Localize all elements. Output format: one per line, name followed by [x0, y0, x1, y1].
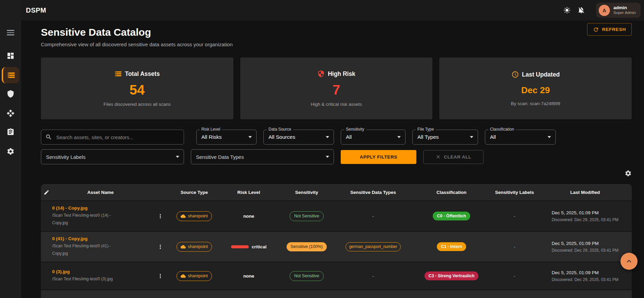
table-cell: 0 (14) - Copy.jpg/Scan Test Files/img-te… [51, 201, 150, 231]
scroll-to-top-button[interactable] [620, 253, 638, 270]
search-icon [45, 134, 52, 140]
refresh-icon [593, 27, 599, 33]
column-header: Sensitive Data Types [334, 184, 412, 200]
table-cell: C0 - Öffentlich [412, 212, 491, 220]
stat-card-value: 54 [129, 82, 145, 98]
last-modified: Dec 5, 2025, 01:09 PMDiscovered: Dec 29,… [552, 210, 618, 222]
table-cell: Not Sensitive [279, 271, 334, 281]
page-title: Sensitive Data Catalog [41, 27, 632, 38]
user-menu[interactable]: A admin Super Admin [596, 3, 641, 18]
sensitivity-chip: Not Sensitive [290, 271, 324, 281]
sidebar-item-menu[interactable] [0, 24, 21, 41]
column-header: Sensitivity [279, 184, 334, 200]
filter-select-value: Sensitive Data Types [196, 154, 244, 160]
filter-select-sensitive-data-types[interactable]: Sensitive Data Types [191, 149, 334, 164]
filter-select-classification[interactable]: ClassificationAll [485, 130, 556, 145]
table-cell: sharepoint [170, 271, 218, 281]
pencil-icon [44, 189, 49, 195]
table-cell [150, 244, 170, 250]
risk-level: none [243, 274, 254, 279]
risk-label: none [243, 274, 254, 279]
filter-select-file-type[interactable]: File TypeAll Types [412, 130, 478, 145]
stat-card-caption: High & critical risk assets [311, 102, 362, 107]
asset-name-link[interactable]: 0 (14) - Copy.jpg [52, 205, 88, 211]
filter-select-sensitivity-labels[interactable]: Sensitivity Labels [41, 149, 184, 164]
source-type-chip: sharepoint [177, 242, 212, 252]
filter-select-value: Sensitivity Labels [46, 154, 86, 160]
discovered-date: Discovered: Dec 29, 2025, 03:41 PM [552, 277, 618, 282]
row-menu-button[interactable] [157, 213, 164, 219]
cloud-icon [181, 214, 186, 219]
table-cell: - [491, 274, 538, 279]
classification-chip: C1 - Intern [437, 242, 466, 251]
sidebar-item-security[interactable] [0, 86, 21, 102]
stat-card-title: High Risk [317, 70, 355, 78]
stat-card-title: Total Assets [114, 70, 160, 78]
empty-value: - [514, 244, 516, 249]
table-row: 0 (14) - Copy.jpg/Scan Test Files/img-te… [41, 200, 632, 231]
column-header: Asset Name [51, 184, 150, 200]
column-header: Last Modified [538, 184, 632, 200]
asset-name-link[interactable]: 0 (41) - Copy.jpg [52, 236, 88, 241]
chevron-down-icon [397, 136, 401, 138]
filter-select-data-source[interactable]: Data SourceAll Sources [263, 130, 334, 145]
filter-select-risk-level[interactable]: Risk LevelAll Risks [196, 130, 257, 145]
table-cell: - [334, 214, 412, 219]
filter-select-label: File Type [416, 127, 435, 132]
row-menu-button[interactable] [157, 244, 164, 250]
sensitivity-chip: Sensitive (100%) [287, 242, 327, 251]
sidebar-item-data-catalog[interactable] [2, 67, 19, 83]
apply-filters-button[interactable]: APPLY FILTERS [341, 150, 416, 164]
chevron-down-icon [326, 136, 329, 138]
table-cell: - [334, 274, 412, 279]
source-type-label: sharepoint [188, 244, 208, 249]
chevron-up-icon [625, 257, 633, 266]
filter-select-sensitivity[interactable]: SensitivityAll [341, 130, 405, 145]
sun-icon [563, 6, 571, 14]
column-header: Source Type [170, 184, 218, 200]
stat-card-title-text: Last Updated [522, 71, 560, 78]
clear-all-button[interactable]: CLEAR ALL [423, 150, 484, 164]
hamburger-icon [7, 30, 14, 35]
filter-select-label: Sensitivity [344, 127, 366, 132]
sidebar-item-dashboard[interactable] [0, 48, 21, 64]
chevron-down-icon [470, 136, 473, 138]
notifications-button[interactable] [574, 3, 588, 17]
asset-path: /Scan Test Files/img-test/0 (14) - Copy.… [52, 212, 122, 227]
refresh-button[interactable]: REFRESH [587, 23, 632, 36]
table-cell [150, 213, 170, 219]
filter-select-value: All [490, 134, 496, 140]
stat-card-2: Last UpdatedDec 29By scan: scan-7a24f899 [439, 57, 632, 119]
close-icon [435, 154, 441, 160]
classification-chip: C0 - Öffentlich [433, 212, 470, 220]
sidebar-item-settings[interactable] [0, 143, 21, 160]
sidebar-item-reports[interactable] [0, 124, 21, 140]
sidebar [0, 0, 21, 298]
table-row: 0 (3).jpg/Scan Test Files/img-test/0 (3)… [41, 262, 632, 289]
table-cell: german_passport_number [334, 242, 412, 251]
avatar: A [599, 5, 610, 16]
topbar: DSPM A admin Super Admin [0, 0, 644, 20]
cloud-icon [181, 244, 186, 249]
search-box[interactable] [41, 130, 184, 145]
stat-card-title-text: Total Assets [125, 70, 160, 78]
table-cell: - [491, 244, 538, 249]
page-subtitle: Comprehensive view of all discovered sen… [41, 42, 632, 47]
column-header: Risk Level [218, 184, 279, 200]
modified-date: Dec 5, 2025, 01:09 PM [552, 241, 618, 246]
source-type-chip: sharepoint [177, 271, 212, 281]
row-menu-button[interactable] [157, 273, 164, 279]
sidebar-item-data-movement[interactable] [0, 105, 21, 121]
stat-card-value: Dec 29 [521, 85, 550, 96]
table-cell: Dec 5, 2025, 01:09 PMDiscovered: Dec 29,… [538, 210, 632, 222]
search-input[interactable] [56, 134, 180, 140]
theme-toggle-button[interactable] [560, 3, 574, 17]
catalog-list-icon [7, 71, 15, 79]
edit-column-header [41, 184, 51, 200]
bell-off-icon [578, 6, 585, 14]
table-settings-button[interactable] [625, 170, 632, 178]
classification-chip: C3 - Streng Vertraulich [425, 271, 479, 280]
stat-card-title: Last Updated [511, 71, 560, 78]
filter-select-label: Data Source [267, 127, 293, 132]
asset-name-link[interactable]: 0 (3).jpg [52, 269, 70, 274]
